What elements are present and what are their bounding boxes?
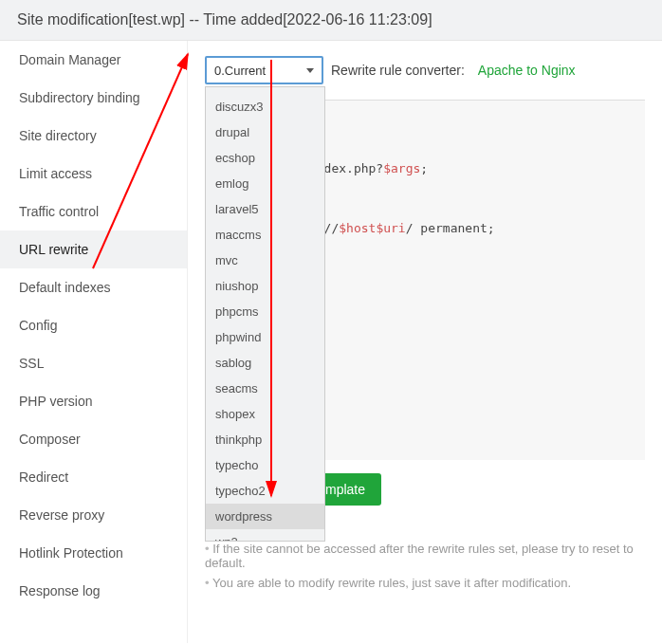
sidebar: Domain ManagerSubdirectory bindingSite d… [0,41,188,643]
select-value: 0.Current [214,64,306,78]
help-item: If the site cannot be accessed after the… [205,539,645,573]
sidebar-item[interactable]: Traffic control [0,193,187,230]
dropdown-item[interactable]: sablog [206,350,324,376]
dropdown-item[interactable]: emlog [206,171,324,196]
dropdown-item[interactable]: discuzx3 [206,94,324,120]
dropdown-item[interactable]: laravel5 [206,196,324,222]
converter-label: Rewrite rule converter: [331,63,465,78]
sidebar-item[interactable]: PHP version [0,382,187,420]
dropdown-item[interactable]: phpcms [206,299,324,324]
template-dropdown[interactable]: discuzx2discuzx3drupalecshopemloglaravel… [205,86,325,542]
dropdown-item[interactable]: niushop [206,273,324,299]
sidebar-item[interactable]: Domain Manager [0,41,187,79]
dropdown-item[interactable]: phpwind [206,324,324,350]
sidebar-item[interactable]: Default indexes [0,268,187,306]
chevron-down-icon [306,68,314,73]
dropdown-item[interactable]: typecho [206,452,324,478]
dropdown-item[interactable]: wordpress [206,504,324,529]
dropdown-item[interactable]: seacms [206,376,324,401]
sidebar-item[interactable]: Hotlink Protection [0,534,187,572]
sidebar-item[interactable]: Site directory [0,117,187,155]
sidebar-item[interactable]: Reverse proxy [0,496,187,534]
dropdown-item[interactable]: mvc [206,248,324,273]
template-select[interactable]: 0.Current discuzx2discuzx3drupalecshopem… [205,56,323,84]
dropdown-item[interactable]: thinkphp [206,427,324,452]
sidebar-item[interactable]: Subdirectory binding [0,79,187,117]
sidebar-item[interactable]: Composer [0,420,187,458]
dropdown-item[interactable]: discuzx2 [206,86,324,94]
sidebar-item[interactable]: Limit access [0,155,187,193]
dropdown-item[interactable]: typecho2 [206,478,324,504]
help-item: You are able to modify rewrite rules, ju… [205,573,645,593]
sidebar-item[interactable]: Redirect [0,458,187,496]
dropdown-item[interactable]: ecshop [206,145,324,171]
converter-link[interactable]: Apache to Nginx [478,63,576,78]
sidebar-item[interactable]: Config [0,306,187,344]
window-title: Site modification[test.wp] -- Time added… [0,0,662,41]
dropdown-item[interactable]: wp2 [206,529,324,542]
dropdown-item[interactable]: maccms [206,222,324,248]
dropdown-item[interactable]: drupal [206,120,324,145]
main-panel: 0.Current discuzx2discuzx3drupalecshopem… [188,41,662,643]
dropdown-item[interactable]: shopex [206,401,324,427]
sidebar-item[interactable]: URL rewrite [0,230,187,268]
sidebar-item[interactable]: Response log [0,572,187,610]
sidebar-item[interactable]: SSL [0,344,187,382]
